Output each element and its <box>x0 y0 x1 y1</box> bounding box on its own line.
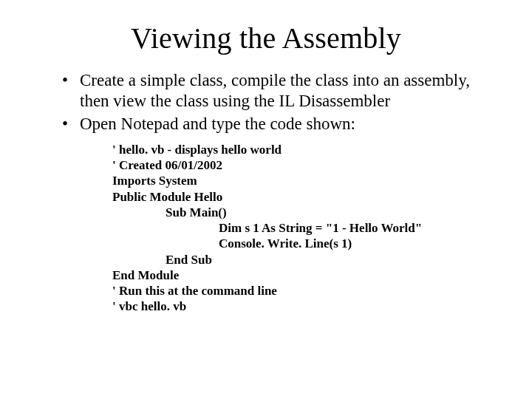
code-line: Sub Main() <box>112 205 488 220</box>
slide: Viewing the Assembly Create a simple cla… <box>0 0 532 399</box>
slide-title: Viewing the Assembly <box>44 21 488 55</box>
code-line: Public Module Hello <box>112 189 488 205</box>
bullet-item: Create a simple class, compile the class… <box>80 70 488 111</box>
bullet-item: Open Notepad and type the code shown: <box>80 114 488 134</box>
code-line: ' Created 06/01/2002 <box>112 157 488 173</box>
code-line: ' Run this at the command line <box>112 283 488 299</box>
code-line: Console. Write. Line(s 1) <box>112 236 488 251</box>
code-line: End Module <box>112 267 488 283</box>
bullet-list: Create a simple class, compile the class… <box>44 70 488 134</box>
code-line: Dim s 1 As String = "1 - Hello World" <box>112 220 488 236</box>
code-line: End Sub <box>112 252 488 267</box>
code-line: ' hello. vb - displays hello world <box>112 142 488 157</box>
code-line: ' vbc hello. vb <box>112 299 488 314</box>
code-block: ' hello. vb - displays hello world ' Cre… <box>112 142 488 315</box>
code-line: Imports System <box>112 173 488 188</box>
